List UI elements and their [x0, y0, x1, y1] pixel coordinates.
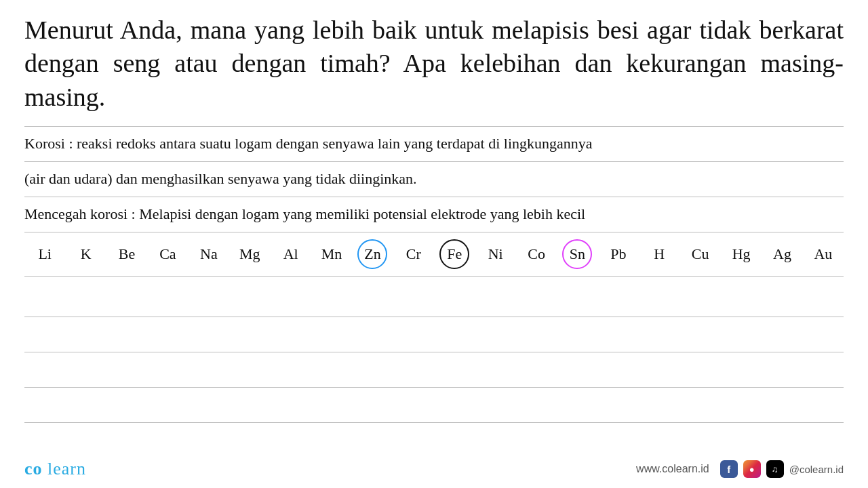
element-circle-zn: Zn [357, 239, 387, 269]
info-line-3: Mencegah korosi : Melapisi dengan logam … [24, 197, 844, 232]
element-label-cu: Cu [692, 245, 709, 262]
answer-lines [24, 282, 844, 458]
element-be: Be [106, 245, 147, 263]
footer-logo: co learn [24, 459, 86, 479]
element-label-h: H [654, 245, 665, 262]
element-ca: Ca [147, 245, 188, 263]
element-cu: Cu [680, 245, 721, 263]
element-label-mg: Mg [239, 245, 260, 262]
element-k: K [65, 245, 106, 263]
element-circle-sn: Sn [562, 239, 592, 269]
divider-5 [24, 276, 844, 277]
element-h: H [639, 245, 679, 263]
element-label-na: Na [200, 245, 218, 262]
tiktok-icon: ♫ [766, 460, 784, 478]
facebook-icon: f [720, 460, 738, 478]
instagram-icon: ● [743, 460, 761, 478]
element-label-hg: Hg [732, 245, 751, 262]
element-na: Na [189, 245, 229, 263]
answer-line-3 [24, 352, 844, 388]
element-ag: Ag [762, 245, 802, 263]
footer: co learn www.colearn.id f ● ♫ @colearn.i… [0, 450, 868, 488]
answer-line-4 [24, 388, 844, 423]
element-label-li: Li [38, 245, 52, 262]
footer-social: f ● ♫ @colearn.id [720, 460, 844, 478]
element-sn: Sn [557, 239, 597, 269]
element-fe: Fe [434, 239, 475, 269]
logo-learn: learn [43, 459, 86, 479]
element-label-co: Co [528, 245, 545, 262]
logo-co: co [24, 459, 43, 479]
element-mn: Mn [311, 245, 352, 263]
element-label-ca: Ca [159, 245, 176, 262]
element-label-au: Au [814, 245, 832, 262]
element-ni: Ni [475, 245, 515, 263]
answer-line-2 [24, 317, 844, 352]
element-label-be: Be [119, 245, 135, 262]
element-pb: Pb [598, 245, 639, 263]
elements-row: LiKBeCaNaMgAlMnZnCrFeNiCoSnPbHCuHgAgAu [24, 232, 844, 276]
element-zn: Zn [352, 239, 393, 269]
element-label-pb: Pb [610, 245, 626, 262]
element-au: Au [803, 245, 844, 263]
info-line-2: (air dan udara) dan menghasilkan senyawa… [24, 162, 844, 197]
element-label-ni: Ni [488, 245, 503, 262]
social-handle: @colearn.id [789, 464, 844, 475]
element-al: Al [270, 245, 311, 263]
element-mg: Mg [229, 245, 270, 263]
element-co: Co [516, 245, 557, 263]
question-title: Menurut Anda, mana yang lebih baik untuk… [24, 14, 844, 114]
element-circle-fe: Fe [439, 239, 469, 269]
element-label-al: Al [283, 245, 298, 262]
element-label-k: K [81, 245, 92, 262]
element-li: Li [24, 245, 65, 263]
footer-right: www.colearn.id f ● ♫ @colearn.id [636, 460, 844, 478]
element-hg: Hg [721, 245, 762, 263]
element-label-cr: Cr [406, 245, 421, 262]
footer-website: www.colearn.id [636, 463, 709, 475]
element-label-mn: Mn [321, 245, 342, 262]
answer-line-1 [24, 282, 844, 317]
main-content: Menurut Anda, mana yang lebih baik untuk… [0, 0, 868, 458]
info-line-1: Korosi : reaksi redoks antara suatu loga… [24, 127, 844, 161]
element-cr: Cr [393, 245, 434, 263]
element-label-ag: Ag [773, 245, 791, 262]
